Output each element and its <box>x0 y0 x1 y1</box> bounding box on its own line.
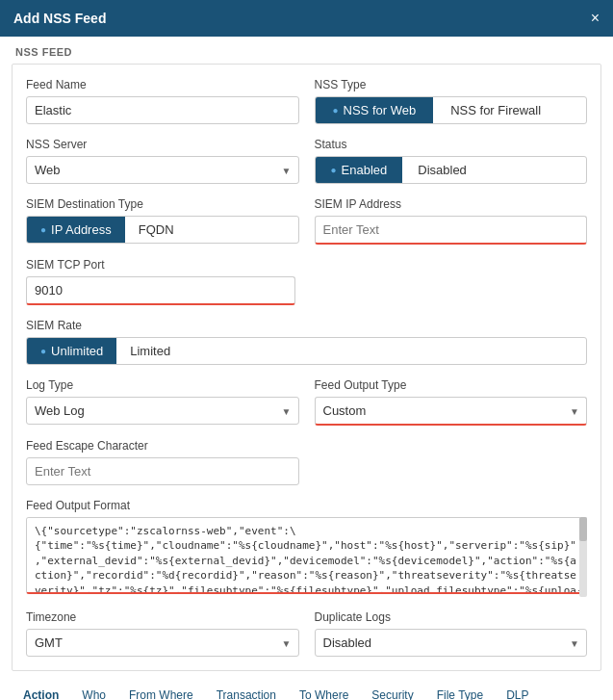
modal-body: NSS FEED Feed Name NSS Type NSS for Web … <box>0 37 613 700</box>
siem-tcp-port-group: SIEM TCP Port <box>26 258 295 305</box>
feed-output-type-group: Feed Output Type Custom <box>315 378 588 426</box>
siem-ip-address-input[interactable] <box>315 216 588 245</box>
tabs-row: Action Who From Where Transaction To Whe… <box>12 681 601 700</box>
status-group: Status Enabled Disabled <box>315 138 588 184</box>
feed-name-group: Feed Name <box>26 78 299 124</box>
nss-server-group: NSS Server Web <box>26 138 299 184</box>
siem-rate-toggle: Unlimited Limited <box>26 337 587 365</box>
row-feed-name-nss-type: Feed Name NSS Type NSS for Web NSS for F… <box>26 78 587 124</box>
siem-destination-type-group: SIEM Destination Type IP Address FQDN <box>26 197 299 245</box>
feed-output-format-container: \{"sourcetype":"zscalornss-web","event":… <box>26 517 587 597</box>
feed-name-input[interactable] <box>26 96 299 124</box>
timezone-group: Timezone GMT <box>26 610 299 657</box>
siem-destination-type-label: SIEM Destination Type <box>26 197 299 211</box>
status-toggle: Enabled Disabled <box>315 156 588 184</box>
timezone-label: Timezone <box>26 610 299 624</box>
row-feed-escape-char: Feed Escape Character <box>26 439 587 485</box>
siem-tcp-port-input[interactable] <box>26 276 295 305</box>
feed-escape-character-group: Feed Escape Character <box>26 439 299 485</box>
feed-name-label: Feed Name <box>26 78 299 91</box>
feed-output-type-select[interactable]: Custom <box>315 397 588 426</box>
duplicate-logs-select[interactable]: Disabled <box>315 629 588 657</box>
row-nss-server-status: NSS Server Web Status Enabled Disabled <box>26 138 587 184</box>
log-type-group: Log Type Web Log <box>26 378 299 426</box>
empty-col2 <box>315 439 588 485</box>
tab-security[interactable]: Security <box>360 681 424 700</box>
tab-action[interactable]: Action <box>12 681 70 700</box>
siem-ip-address-button[interactable]: IP Address <box>27 217 125 243</box>
duplicate-logs-label: Duplicate Logs <box>315 610 588 624</box>
modal-header: Add NSS Feed × <box>0 0 613 37</box>
siem-tcp-port-label: SIEM TCP Port <box>26 258 295 272</box>
nss-type-label: NSS Type <box>315 78 588 91</box>
status-label: Status <box>315 138 588 151</box>
textarea-scrollbar-thumb <box>579 517 587 541</box>
nss-type-toggle: NSS for Web NSS for Firewall <box>315 96 588 124</box>
feed-output-format-label: Feed Output Format <box>26 499 587 512</box>
close-button[interactable]: × <box>591 10 600 27</box>
row-timezone-duplicate: Timezone GMT Duplicate Logs Disabled <box>26 610 587 657</box>
log-type-select-wrapper: Web Log <box>26 397 299 425</box>
feed-escape-character-input[interactable] <box>26 457 299 485</box>
siem-rate-group: SIEM Rate Unlimited Limited <box>26 319 587 365</box>
feed-output-format-textarea[interactable]: \{"sourcetype":"zscalornss-web","event":… <box>26 517 587 594</box>
empty-col <box>311 258 587 305</box>
nss-feed-section-label: NSS FEED <box>0 37 613 64</box>
row-feed-output-format: Feed Output Format \{"sourcetype":"zscal… <box>26 499 587 597</box>
siem-ip-address-group: SIEM IP Address <box>315 197 588 245</box>
row-siem-dest-ip: SIEM Destination Type IP Address FQDN SI… <box>26 197 587 245</box>
tab-to-where[interactable]: To Where <box>288 681 360 700</box>
siem-rate-label: SIEM Rate <box>26 319 587 332</box>
status-enabled-button[interactable]: Enabled <box>316 157 403 183</box>
siem-fqdn-button[interactable]: FQDN <box>125 217 188 243</box>
timezone-select[interactable]: GMT <box>26 629 299 657</box>
feed-escape-character-label: Feed Escape Character <box>26 439 299 453</box>
nss-type-web-button[interactable]: NSS for Web <box>316 97 434 123</box>
duplicate-logs-group: Duplicate Logs Disabled <box>315 610 588 657</box>
row-siem-rate: SIEM Rate Unlimited Limited <box>26 319 587 365</box>
log-type-label: Log Type <box>26 378 299 392</box>
modal-title: Add NSS Feed <box>13 11 106 26</box>
tab-file-type[interactable]: File Type <box>425 681 495 700</box>
row-log-type-output: Log Type Web Log Feed Output Type Custom <box>26 378 587 426</box>
siem-destination-type-toggle: IP Address FQDN <box>26 216 299 244</box>
siem-ip-address-label: SIEM IP Address <box>315 197 588 211</box>
tab-dlp[interactable]: DLP <box>495 681 540 700</box>
duplicate-logs-select-wrapper: Disabled <box>315 629 588 657</box>
nss-server-select[interactable]: Web <box>26 156 299 184</box>
timezone-select-wrapper: GMT <box>26 629 299 657</box>
row-siem-tcp-port: SIEM TCP Port <box>26 258 587 305</box>
log-type-select[interactable]: Web Log <box>26 397 299 425</box>
tab-who[interactable]: Who <box>70 681 117 700</box>
nss-type-firewall-button[interactable]: NSS for Firewall <box>433 97 558 123</box>
feed-output-type-label: Feed Output Type <box>315 378 588 392</box>
status-disabled-button[interactable]: Disabled <box>402 157 482 183</box>
nss-server-select-wrapper: Web <box>26 156 299 184</box>
siem-rate-limited-button[interactable]: Limited <box>116 338 184 364</box>
textarea-scrollbar <box>579 517 587 597</box>
add-nss-feed-modal: Add NSS Feed × NSS FEED Feed Name NSS Ty… <box>0 0 613 700</box>
nss-type-group: NSS Type NSS for Web NSS for Firewall <box>315 78 588 124</box>
feed-output-format-group: Feed Output Format \{"sourcetype":"zscal… <box>26 499 587 597</box>
nss-server-label: NSS Server <box>26 138 299 151</box>
feed-output-type-select-wrapper: Custom <box>315 397 588 426</box>
tab-transaction[interactable]: Transaction <box>205 681 288 700</box>
siem-rate-unlimited-button[interactable]: Unlimited <box>27 338 116 364</box>
tab-from-where[interactable]: From Where <box>117 681 205 700</box>
nss-feed-form-card: Feed Name NSS Type NSS for Web NSS for F… <box>12 64 601 671</box>
